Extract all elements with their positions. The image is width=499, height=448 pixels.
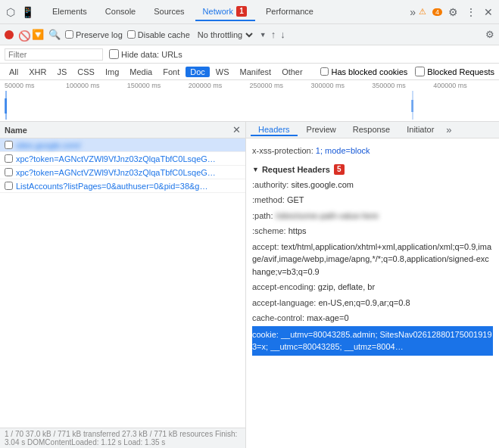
filter-input[interactable] xyxy=(5,48,103,61)
tl-350: 350000 ms xyxy=(372,82,433,89)
type-tab-other[interactable]: Other xyxy=(277,67,307,77)
hide-data-urls-label[interactable]: Hide data: URLs xyxy=(109,49,182,59)
type-tab-all[interactable]: All xyxy=(5,67,23,77)
xss-protection-row: x-xss-protection: 1; mode=block xyxy=(252,143,493,159)
header-key: accept-encoding: xyxy=(252,282,316,291)
tab-elements[interactable]: Elements xyxy=(45,4,95,20)
header-val: GET xyxy=(287,195,304,204)
header-val: en-US,en;q=0.9,ar;q=0.8 xyxy=(318,298,410,307)
type-tab-font[interactable]: Font xyxy=(158,67,184,77)
type-tab-js[interactable]: JS xyxy=(52,67,71,77)
tl-250: 250000 ms xyxy=(250,82,311,89)
has-blocked-cookies-label[interactable]: Has blocked cookies xyxy=(320,67,407,76)
network-timeline[interactable]: 50000 ms 100000 ms 150000 ms 200000 ms 2… xyxy=(0,80,499,122)
throttle-arrow: ▼ xyxy=(260,31,267,39)
header-val: gzip, deflate, br xyxy=(318,282,375,291)
main-content: Name ✕ sites.google.com/ xpc?token=AGNct… xyxy=(0,122,499,448)
tab-sources[interactable]: Sources xyxy=(146,4,192,20)
left-panel-header: Name ✕ xyxy=(0,122,245,138)
tab-network[interactable]: Network 1 xyxy=(195,3,255,21)
hide-data-urls-checkbox[interactable] xyxy=(109,49,119,59)
more-options-btn[interactable]: ⋮ xyxy=(464,5,478,20)
type-tab-css[interactable]: CSS xyxy=(73,67,99,77)
search-btn[interactable]: 🔍 xyxy=(48,29,61,40)
blocked-requests-checkbox[interactable] xyxy=(415,67,425,76)
tl-400: 400000 ms xyxy=(433,82,494,89)
request-headers-section-title[interactable]: ▼ Request Headers 5 xyxy=(252,162,493,177)
close-devtools-btn[interactable]: ✕ xyxy=(482,5,494,20)
type-tab-doc[interactable]: Doc xyxy=(186,67,210,77)
right-tab-preview[interactable]: Preview xyxy=(299,124,344,136)
header-key: accept-language: xyxy=(252,298,316,307)
scheme-row: :scheme: https xyxy=(252,223,493,239)
header-key: :path: xyxy=(252,211,273,220)
disable-cache-label[interactable]: Disable cache xyxy=(127,30,190,39)
record-btn[interactable] xyxy=(5,30,14,39)
tl-50: 50000 ms xyxy=(5,82,66,89)
warning-icon: ⚠ xyxy=(419,7,426,17)
accept-encoding-row: accept-encoding: gzip, deflate, br xyxy=(252,279,493,295)
type-tab-manifest[interactable]: Manifest xyxy=(235,67,276,77)
has-blocked-cookies-checkbox[interactable] xyxy=(320,67,329,76)
type-tab-ws[interactable]: WS xyxy=(211,67,234,77)
type-tab-bar: All XHR JS CSS Img Media Font Doc WS Man… xyxy=(0,64,499,80)
request-checkbox[interactable] xyxy=(5,182,13,190)
right-panel: Headers Preview Response Initiator » x-x… xyxy=(246,122,499,448)
header-val: sites.google.com xyxy=(291,180,354,189)
header-key: :scheme: xyxy=(252,226,286,235)
more-tabs-btn[interactable]: » xyxy=(410,6,416,18)
request-item[interactable]: sites.google.com/ xyxy=(0,138,245,152)
header-val: https xyxy=(288,226,307,235)
header-val: text/html,application/xhtml+xml,appli­ca… xyxy=(252,242,491,276)
import-btn[interactable]: ↑ xyxy=(271,29,276,40)
blocked-requests-label[interactable]: Blocked Requests xyxy=(415,67,494,76)
panel-icons: ⬡ 📱 xyxy=(5,5,36,20)
preserve-log-checkbox[interactable] xyxy=(65,30,73,39)
request-name: xpc?token=AGNctVZWl9VfJnz03zQlqaTbfC0Lsq… xyxy=(16,154,216,163)
tl-100: 100000 ms xyxy=(66,82,127,89)
warning-badge: 4 xyxy=(432,8,442,16)
filter-bar: Hide data: URLs xyxy=(0,45,499,64)
filter-btn[interactable]: 🔽 xyxy=(32,29,44,40)
tl-300: 300000 ms xyxy=(310,82,372,89)
left-footer: 1 / 70 37.0 kB / 771 kB transferred 27.3… xyxy=(0,428,245,448)
settings-btn[interactable]: ⚙ xyxy=(447,5,460,20)
clear-btn[interactable]: 🚫 xyxy=(18,30,27,39)
right-tab-initiator[interactable]: Initiator xyxy=(399,124,441,136)
request-list: sites.google.com/ xpc?token=AGNctVZWl9Vf… xyxy=(0,138,245,428)
timeline-chart[interactable] xyxy=(0,91,499,121)
network-settings-btn[interactable]: ⚙ xyxy=(485,29,494,40)
request-item[interactable]: xpc?token=AGNctVZWl9VfJnz03zQlqaTbfC0Lsq… xyxy=(0,166,245,179)
request-name: sites.google.com/ xyxy=(16,141,81,150)
tab-console[interactable]: Console xyxy=(98,4,143,20)
type-tab-xhr[interactable]: XHR xyxy=(24,67,51,77)
header-val: /sites/some-path-value-here xyxy=(276,210,379,222)
close-split-btn[interactable]: ✕ xyxy=(232,124,241,135)
throttle-select[interactable]: No throttling xyxy=(195,30,255,40)
type-tab-media[interactable]: Media xyxy=(125,67,157,77)
preserve-log-label[interactable]: Preserve log xyxy=(65,30,123,39)
right-content[interactable]: x-xss-protection: 1; mode=block ▼ Reques… xyxy=(246,138,499,448)
type-tab-img[interactable]: Img xyxy=(101,67,123,77)
right-tab-headers[interactable]: Headers xyxy=(251,124,298,136)
request-item[interactable]: xpc?token=AGNctVZWl9VfJnz03zQlqaTbfC0Lsq… xyxy=(0,152,245,166)
request-checkbox[interactable] xyxy=(5,141,13,149)
right-tab-response[interactable]: Response xyxy=(345,124,398,136)
header-key: :authority: xyxy=(252,180,288,189)
network-toolbar: 🚫 🔽 🔍 Preserve log Disable cache No thro… xyxy=(0,24,499,45)
disable-cache-checkbox[interactable] xyxy=(127,30,136,39)
device-toolbar-btn[interactable]: 📱 xyxy=(20,5,36,20)
right-more-tabs-btn[interactable]: » xyxy=(446,124,451,135)
request-checkbox[interactable] xyxy=(5,154,13,163)
accept-language-row: accept-language: en-US,en;q=0.9,ar;q=0.8 xyxy=(252,295,493,311)
header-val: max-age=0 xyxy=(307,313,348,322)
tl-200: 200000 ms xyxy=(189,82,250,89)
export-btn[interactable]: ↓ xyxy=(280,29,285,40)
badge-5: 5 xyxy=(334,164,345,175)
request-checkbox[interactable] xyxy=(5,168,13,176)
header-val: 1; mode=block xyxy=(316,146,370,155)
inspect-element-btn[interactable]: ⬡ xyxy=(5,5,17,20)
tab-performance[interactable]: Performance xyxy=(258,4,321,20)
timeline-labels: 50000 ms 100000 ms 150000 ms 200000 ms 2… xyxy=(0,80,499,91)
request-item[interactable]: ListAccounts?listPages=0&authuser=0&pid=… xyxy=(0,179,245,193)
